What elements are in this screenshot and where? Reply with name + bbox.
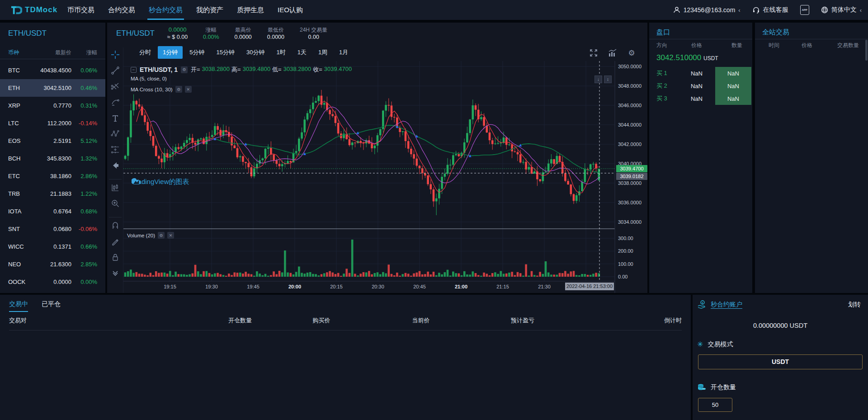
trendline-icon[interactable] (110, 66, 120, 76)
brush-icon[interactable] (110, 97, 120, 107)
brand-name: TDMock (25, 5, 57, 14)
language-menu[interactable]: 简体中文 ‹ (821, 6, 862, 14)
price-tick: 3044.0000 (618, 122, 642, 127)
toolbar-divider (109, 217, 122, 217)
long-position-icon[interactable] (110, 145, 120, 155)
ma-cross-indicator-label: MA Cross (10, 30) ⚙ ✕ (131, 86, 192, 93)
last-price-label: 3039.4700 (616, 165, 647, 172)
ma-indicator-label: MA (5, close, 0) (131, 76, 167, 81)
open-amount-input[interactable]: 50 (698, 398, 732, 412)
nav-item-3[interactable]: 我的资产 (189, 0, 230, 20)
tradingview-logo-icon (132, 178, 142, 185)
volume-tick: 0.00 (618, 274, 627, 279)
positions-tab-0[interactable]: 交易中 (9, 300, 28, 312)
order-book-price: 3042.510000 USDT (656, 53, 718, 62)
gear-icon[interactable]: ⚙ (181, 66, 188, 73)
gear-icon[interactable]: ⚙ (175, 86, 182, 93)
zoom-in-icon[interactable] (110, 198, 120, 208)
scrollbar-thumb[interactable] (865, 40, 868, 61)
crosshair-time-label: 2022-04-16 21:53:00 (565, 283, 614, 290)
market-row-TRB[interactable]: TRB21.18831.22% (0, 185, 105, 203)
market-row-BTC[interactable]: BTC40438.45000.06% (0, 61, 105, 79)
price-axis[interactable]: 3050.00003048.00003046.00003044.00003042… (616, 61, 647, 293)
chart-plot[interactable]: − ETH/USDT, 1 ⚙ 开=3038.2800 高=3039.4800 … (123, 61, 647, 293)
lock-icon[interactable] (110, 252, 120, 262)
time-tick: 20:00 (288, 284, 301, 289)
interval-1天[interactable]: 1天 (292, 46, 311, 59)
hide-toolbar-arrow-icon[interactable] (110, 160, 120, 170)
nav-item-4[interactable]: 质押生息 (230, 0, 271, 20)
interval-1分钟[interactable]: 1分钟 (158, 46, 183, 59)
app-download-icon[interactable]: APP (800, 5, 809, 15)
chart-panel: ETH/USDT 0.0000 ≈ $ 0.00 涨幅 0.00% 最高价 0.… (107, 23, 647, 293)
scale-reset-icon[interactable]: ↕ (604, 76, 612, 83)
nav-item-0[interactable]: 币币交易 (61, 0, 101, 20)
market-row-IOTA[interactable]: IOTA0.67640.68% (0, 203, 105, 220)
all-trades-panel: 全站交易 时间 价格 交易数量 (755, 23, 868, 293)
bar-replay-icon[interactable] (110, 183, 120, 193)
market-row-ETC[interactable]: ETC38.18602.86% (0, 167, 105, 185)
scale-down-icon[interactable]: ↓ (594, 76, 602, 83)
order-book-row-3[interactable]: 买 3NaNNaN (649, 92, 752, 105)
market-row-NEO[interactable]: NEO21.63002.85% (0, 255, 105, 273)
fullscreen-icon[interactable] (589, 48, 599, 58)
transfer-link[interactable]: 划转 (848, 301, 868, 309)
indicators-icon[interactable] (608, 48, 618, 58)
market-row-LTC[interactable]: LTC112.2000-0.14% (0, 114, 105, 132)
crosshair-icon[interactable] (110, 50, 120, 60)
interval-1时[interactable]: 1时 (271, 46, 290, 59)
mode-usdt-button[interactable]: USDT (698, 354, 863, 369)
more-chevron-icon[interactable] (110, 268, 120, 278)
market-row-ETH[interactable]: ETH3042.51000.46% (0, 79, 105, 97)
tradingview-attribution[interactable]: TradingView的图表 (132, 178, 189, 186)
positions-tab-1[interactable]: 已平仓 (42, 300, 61, 312)
edit-pencil-icon[interactable] (110, 236, 120, 246)
nav-right: 123456@163.com ‹ 在线客服 APP 简体中文 ‹ (673, 5, 868, 15)
pitchfork-icon[interactable] (110, 81, 120, 91)
interval-5分钟[interactable]: 5分钟 (184, 46, 209, 59)
nav-item-5[interactable]: IEO认购 (271, 0, 310, 20)
ticker-low: 最低价 0.0000 (267, 26, 284, 41)
account-title-link[interactable]: 秒合约账户 (711, 301, 742, 309)
order-book-row-1[interactable]: 买 1NaNNaN (649, 67, 752, 80)
market-row-WICC[interactable]: WICC0.13710.66% (0, 238, 105, 255)
brand[interactable]: TDMock (0, 4, 61, 16)
crosshair-price-label: 3039.0182 (616, 173, 647, 180)
market-row-OOCK[interactable]: OOCK0.00000.00% (0, 273, 105, 291)
market-row-BCH[interactable]: BCH345.83001.32% (0, 150, 105, 167)
interval-30分钟[interactable]: 30分钟 (241, 46, 269, 59)
time-tick: 19:45 (247, 284, 259, 289)
user-icon (673, 6, 680, 14)
nav-item-1[interactable]: 合约交易 (101, 0, 142, 20)
interval-1周[interactable]: 1周 (313, 46, 332, 59)
order-book-row-2[interactable]: 买 2NaNNaN (649, 80, 752, 92)
gear-icon[interactable]: ⚙ (158, 232, 165, 239)
price-tick: 3034.0000 (618, 219, 642, 225)
candlestick-chart (123, 61, 647, 293)
nav-item-2[interactable]: 秒合约交易 (142, 0, 189, 20)
svg-text:$: $ (702, 302, 703, 304)
interval-分时[interactable]: 分时 (134, 46, 156, 59)
market-row-EOS[interactable]: EOS2.51915.12% (0, 132, 105, 150)
order-book-rows: 买 1NaNNaN买 2NaNNaN买 3NaNNaN (649, 67, 752, 105)
settings-gear-icon[interactable]: ⚙ (627, 48, 637, 58)
xabcd-pattern-icon[interactable] (110, 129, 120, 139)
account-menu[interactable]: 123456@163.com ‹ (673, 6, 741, 14)
chevron-icon: ‹ (738, 7, 740, 14)
ticker-pair: ETH/USDT (107, 29, 167, 38)
magnet-icon[interactable] (110, 221, 120, 231)
account-email: 123456@163.com (684, 6, 736, 14)
time-axis[interactable]: 19:1519:3019:4520:0020:1520:3020:4521:00… (123, 281, 615, 293)
text-icon[interactable] (110, 113, 120, 123)
interval-15分钟[interactable]: 15分钟 (211, 46, 239, 59)
price-tick: 3042.0000 (618, 142, 642, 147)
collapse-icon[interactable]: − (131, 67, 137, 73)
close-icon[interactable]: ✕ (185, 86, 192, 93)
time-tick: 20:30 (372, 284, 384, 289)
close-icon[interactable]: ✕ (167, 232, 174, 239)
market-row-XRP[interactable]: XRP0.77700.31% (0, 97, 105, 114)
open-amount-row: 开仓数量 (697, 383, 736, 392)
interval-1月[interactable]: 1月 (334, 46, 353, 59)
online-support[interactable]: 在线客服 (752, 6, 788, 14)
market-row-SNT[interactable]: SNT0.0680-0.06% (0, 220, 105, 238)
